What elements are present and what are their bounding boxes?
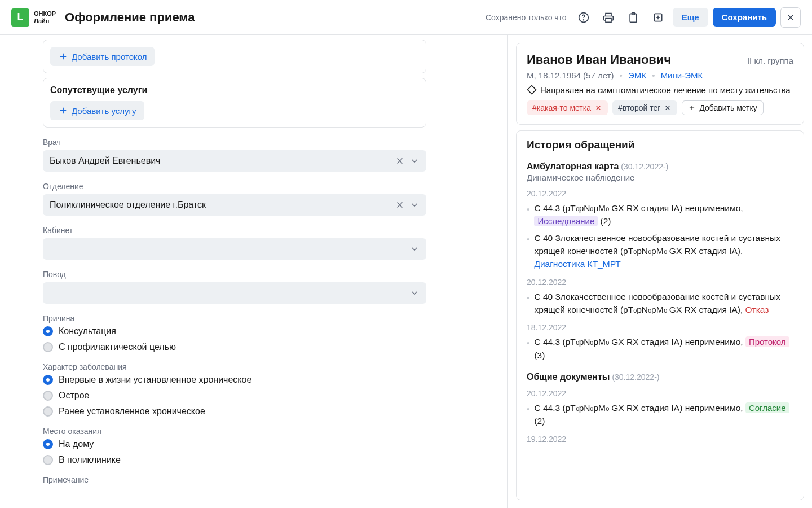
side-column: Иванов Иван Иванович II кл. группа М, 18… bbox=[508, 35, 812, 508]
app-header: L ОНКОР Лайн Оформление приема Сохранено… bbox=[0, 0, 812, 35]
note-group: Примечание bbox=[43, 475, 426, 484]
history-section-docs: Общие документы (30.12.2022-)20.12.2022•… bbox=[527, 372, 793, 444]
patient-meta: М, 18.12.1964 (57 лет) bbox=[527, 71, 614, 80]
form-column[interactable]: Добавить протокол Сопутствущие услуги До… bbox=[0, 35, 508, 508]
logo-mark: L bbox=[11, 8, 29, 27]
tag-remove-icon[interactable] bbox=[664, 104, 672, 112]
history-entry: •C 44.3 (pT₀pN₀pM₀ GX RX стадия IA) непр… bbox=[527, 335, 793, 362]
place-label: Место оказания bbox=[43, 427, 426, 436]
logo-line2: Лайн bbox=[34, 17, 56, 24]
add-protocol-label: Добавить протокол bbox=[72, 52, 147, 62]
history-entry: •C 40 Злокачественное новообразование ко… bbox=[527, 290, 793, 317]
svg-point-1 bbox=[583, 19, 584, 20]
cause-option-0[interactable]: Консультация bbox=[43, 326, 426, 336]
tag-remove-icon[interactable] bbox=[594, 104, 602, 112]
clipboard-icon[interactable] bbox=[623, 7, 643, 28]
page-title: Оформление приема bbox=[65, 10, 195, 25]
app-logo: L ОНКОР Лайн bbox=[11, 8, 56, 27]
department-label: Отделение bbox=[43, 182, 426, 191]
disease-group: Характер заболевания Впервые в жизни уст… bbox=[43, 362, 426, 417]
disease-option-1[interactable]: Острое bbox=[43, 391, 426, 401]
history-date: 19.12.2022 bbox=[527, 435, 793, 444]
reason-visit-label: Повод bbox=[43, 270, 426, 279]
mini-emk-link[interactable]: Мини-ЭМК bbox=[661, 71, 703, 80]
disease-option-2[interactable]: Ранее установленное хроническое bbox=[43, 406, 426, 417]
patient-direction: Направлен на симптоматическое лечение по… bbox=[540, 85, 791, 95]
room-select[interactable] bbox=[43, 238, 426, 260]
patient-card: Иванов Иван Иванович II кл. группа М, 18… bbox=[516, 43, 804, 125]
department-value: Поликлиническое отделение г.Братск bbox=[50, 200, 206, 210]
chevron-down-icon[interactable] bbox=[409, 156, 420, 166]
doctor-select[interactable]: Быков Андрей Евгеньевич bbox=[43, 150, 426, 172]
header-right: Сохранено только что Еще Сохранить bbox=[486, 7, 801, 28]
history-badge[interactable]: Протокол bbox=[745, 336, 789, 347]
patient-group: II кл. группа bbox=[747, 56, 793, 65]
history-date: 18.12.2022 bbox=[527, 323, 793, 332]
services-card: Сопутствущие услуги Добавить услугу bbox=[43, 78, 426, 128]
chevron-down-icon[interactable] bbox=[409, 244, 420, 254]
svg-rect-2 bbox=[606, 18, 611, 22]
chevron-down-icon[interactable] bbox=[409, 200, 420, 210]
add-tag-button[interactable]: Добавить метку bbox=[682, 100, 763, 115]
logo-line1: ОНКОР bbox=[34, 10, 56, 17]
tags-row: #какая-то метка #второй тег Добавить мет… bbox=[527, 100, 793, 115]
help-icon[interactable] bbox=[573, 7, 594, 28]
new-doc-icon[interactable] bbox=[648, 7, 668, 28]
history-date: 20.12.2022 bbox=[527, 278, 793, 287]
history-entry: •C 40 Злокачественное новообразование ко… bbox=[527, 231, 793, 271]
note-label: Примечание bbox=[43, 475, 426, 484]
add-service-button[interactable]: Добавить услугу bbox=[50, 101, 144, 120]
history-section-amb: Амбулаторная карта (30.12.2022-)Динамиче… bbox=[527, 161, 793, 362]
history-entry: •C 44.3 (pT₀pN₀pM₀ GX RX стадия IA) непр… bbox=[527, 401, 793, 428]
room-label: Кабинет bbox=[43, 226, 426, 235]
department-select[interactable]: Поликлиническое отделение г.Братск bbox=[43, 194, 426, 216]
history-date: 20.12.2022 bbox=[527, 389, 793, 398]
department-field: Отделение Поликлиническое отделение г.Бр… bbox=[43, 182, 426, 216]
more-button[interactable]: Еще bbox=[673, 8, 708, 27]
logo-text: ОНКОР Лайн bbox=[34, 10, 56, 24]
clear-icon[interactable] bbox=[395, 200, 405, 210]
doctor-label: Врач bbox=[43, 138, 426, 147]
history-badge[interactable]: Согласие bbox=[745, 402, 789, 413]
tag-2[interactable]: #второй тег bbox=[612, 100, 677, 115]
print-icon[interactable] bbox=[598, 7, 619, 28]
doctor-field: Врач Быков Андрей Евгеньевич bbox=[43, 138, 426, 172]
tag-1[interactable]: #какая-то метка bbox=[527, 100, 608, 115]
close-icon[interactable] bbox=[780, 7, 801, 28]
services-title: Сопутствущие услуги bbox=[50, 85, 419, 95]
room-field: Кабинет bbox=[43, 226, 426, 260]
history-entry: •C 44.3 (pT₀pN₀pM₀ GX RX стадия IA) непр… bbox=[527, 202, 793, 228]
history-title: История обращений bbox=[517, 131, 804, 159]
chevron-down-icon[interactable] bbox=[409, 288, 420, 298]
add-protocol-button[interactable]: Добавить протокол bbox=[50, 47, 155, 66]
history-link[interactable]: Диагностика КТ_МРТ bbox=[534, 259, 620, 269]
disease-option-0[interactable]: Впервые в жизни установленное хроническо… bbox=[43, 375, 426, 385]
protocol-card: Добавить протокол bbox=[43, 40, 426, 73]
place-option-0[interactable]: На дому bbox=[43, 439, 426, 449]
disease-label: Характер заболевания bbox=[43, 362, 426, 371]
reason-visit-select[interactable] bbox=[43, 282, 426, 304]
emk-link[interactable]: ЭМК bbox=[628, 71, 646, 80]
place-group: Место оказания На дому В поликлинике bbox=[43, 427, 426, 465]
doctor-value: Быков Андрей Евгеньевич bbox=[50, 156, 160, 166]
history-badge[interactable]: Исследование bbox=[534, 216, 598, 226]
place-option-1[interactable]: В поликлинике bbox=[43, 455, 426, 465]
clear-icon[interactable] bbox=[395, 156, 405, 166]
saved-status: Сохранено только что bbox=[486, 13, 567, 22]
cause-option-1[interactable]: С профилактической целью bbox=[43, 342, 426, 352]
history-card: История обращений Амбулаторная карта (30… bbox=[516, 130, 804, 500]
patient-direction-row: Направлен на симптоматическое лечение по… bbox=[527, 85, 793, 95]
reason-visit-field: Повод bbox=[43, 270, 426, 304]
add-service-label: Добавить услугу bbox=[72, 106, 136, 116]
cause-group: Причина Консультация С профилактической … bbox=[43, 314, 426, 352]
history-body[interactable]: Амбулаторная карта (30.12.2022-)Динамиче… bbox=[517, 159, 804, 500]
history-date: 20.12.2022 bbox=[527, 189, 793, 198]
save-button[interactable]: Сохранить bbox=[713, 8, 776, 27]
direction-icon bbox=[527, 85, 537, 95]
main-layout: Добавить протокол Сопутствущие услуги До… bbox=[0, 35, 812, 508]
patient-name: Иванов Иван Иванович bbox=[527, 52, 671, 67]
patient-meta-row: М, 18.12.1964 (57 лет) • ЭМК • Мини-ЭМК bbox=[527, 71, 793, 80]
header-left: L ОНКОР Лайн Оформление приема bbox=[11, 8, 195, 27]
cause-label: Причина bbox=[43, 314, 426, 323]
history-red: Отказ bbox=[745, 305, 769, 314]
